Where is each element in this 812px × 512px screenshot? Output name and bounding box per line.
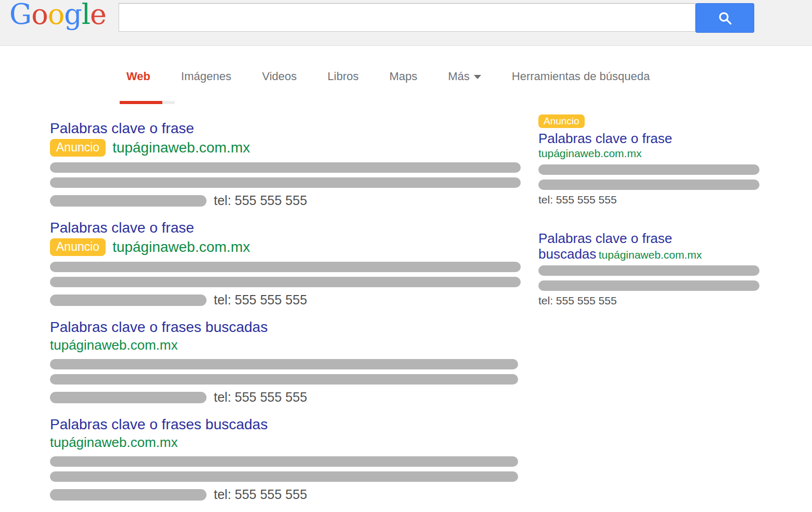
- text-placeholder-bar: [50, 456, 518, 467]
- ad-url-link[interactable]: tupáginaweb.com.mx: [599, 249, 702, 261]
- logo-letter: e: [90, 0, 106, 31]
- search-result-4: Palabras clave o frases buscadas tupágin…: [50, 416, 521, 502]
- ad-badge: Anuncio: [50, 238, 106, 256]
- ad-url-link[interactable]: tupáginaweb.com.mx: [538, 147, 641, 160]
- sidebar-ad-1: Anuncio Palabras clave o frase tupáginaw…: [538, 114, 759, 206]
- ad-badge: Anuncio: [50, 139, 106, 157]
- tab-herramientas[interactable]: Herramientas de búsqueda: [512, 70, 650, 83]
- ad-title-link[interactable]: Palabras clave o frase: [538, 231, 759, 246]
- text-placeholder-bar: [50, 162, 521, 173]
- phone-number: tel: 555 555 555: [214, 193, 307, 208]
- text-placeholder-bar: [50, 295, 207, 306]
- result-url-link[interactable]: tupáginaweb.com.mx: [112, 239, 250, 255]
- text-placeholder-bar: [50, 177, 521, 188]
- tab-web[interactable]: Web: [126, 70, 150, 83]
- main-results-column: Palabras clave o frase Anuncio tupáginaw…: [50, 120, 521, 512]
- search-tabs: Web Imágenes Videos Libros Maps Más Herr…: [126, 70, 650, 83]
- search-button[interactable]: [695, 3, 754, 33]
- phone-number: tel: 555 555 555: [214, 292, 307, 308]
- result-title-link[interactable]: Palabras clave o frase: [50, 219, 521, 237]
- text-placeholder-bar: [538, 265, 759, 276]
- result-tel-line: tel: 555 555 555: [50, 292, 521, 308]
- result-tel-line: tel: 555 555 555: [50, 390, 521, 405]
- result-title-link[interactable]: Palabras clave o frases buscadas: [50, 318, 521, 336]
- chevron-down-icon: [474, 75, 481, 79]
- tab-libros[interactable]: Libros: [328, 70, 359, 83]
- tab-maps[interactable]: Maps: [389, 70, 417, 83]
- logo-letter: l: [82, 0, 90, 31]
- ad-title-link[interactable]: buscadas: [538, 246, 596, 262]
- results-navbar: Web Imágenes Videos Libros Maps Más Herr…: [0, 46, 812, 113]
- phone-number: tel: 555 555 555: [214, 390, 307, 405]
- text-placeholder-bar: [50, 277, 521, 287]
- ad-title-line-2: buscadas tupáginaweb.com.mx: [538, 246, 759, 262]
- magnifier-icon: [717, 10, 733, 26]
- search-result-1: Palabras clave o frase Anuncio tupáginaw…: [50, 120, 521, 208]
- tab-mas[interactable]: Más: [448, 70, 481, 83]
- tab-imagenes[interactable]: Imágenes: [181, 70, 231, 83]
- text-placeholder-bar: [50, 471, 518, 482]
- phone-number: tel: 555 555 555: [214, 487, 307, 502]
- search-input[interactable]: [119, 3, 695, 32]
- logo-letter: o: [31, 0, 48, 31]
- tab-videos[interactable]: Videos: [262, 70, 297, 83]
- logo-letter: o: [48, 0, 65, 31]
- active-tab-underline: [120, 101, 175, 104]
- search-header: Google: [0, 0, 812, 46]
- text-placeholder-bar: [50, 359, 518, 369]
- result-url-link[interactable]: tupáginaweb.com.mx: [50, 434, 178, 450]
- result-title-link[interactable]: Palabras clave o frase: [50, 120, 521, 137]
- text-placeholder-bar: [50, 195, 207, 207]
- result-url-link[interactable]: tupáginaweb.com.mx: [112, 139, 250, 156]
- logo-letter: g: [64, 0, 82, 31]
- phone-number: tel: 555 555 555: [538, 194, 759, 206]
- text-placeholder-bar: [50, 262, 521, 272]
- text-placeholder-bar: [50, 489, 207, 501]
- ad-badge: Anuncio: [538, 114, 585, 128]
- phone-number: tel: 555 555 555: [538, 295, 759, 307]
- sidebar-ads-column: Anuncio Palabras clave o frase tupáginaw…: [538, 114, 759, 325]
- logo-letter: G: [9, 0, 31, 31]
- text-placeholder-bar: [50, 392, 207, 403]
- result-tel-line: tel: 555 555 555: [50, 487, 521, 502]
- result-url-line: tupáginaweb.com.mx: [50, 434, 521, 451]
- result-url-line: tupáginaweb.com.mx: [50, 337, 521, 353]
- search-result-3: Palabras clave o frases buscadas tupágin…: [50, 318, 521, 405]
- search-result-2: Palabras clave o frase Anuncio tupáginaw…: [50, 219, 521, 308]
- text-placeholder-bar: [538, 180, 759, 190]
- result-tel-line: tel: 555 555 555: [50, 193, 521, 208]
- result-url-line: Anuncio tupáginaweb.com.mx: [50, 139, 521, 157]
- result-url-line: Anuncio tupáginaweb.com.mx: [50, 238, 521, 256]
- text-placeholder-bar: [538, 164, 759, 175]
- result-url-link[interactable]: tupáginaweb.com.mx: [50, 337, 178, 353]
- ad-title-link[interactable]: Palabras clave o frase: [538, 131, 759, 146]
- spacer: [538, 224, 759, 231]
- google-logo[interactable]: Google: [9, 0, 106, 31]
- text-placeholder-bar: [50, 374, 518, 385]
- result-title-link[interactable]: Palabras clave o frases buscadas: [50, 416, 521, 433]
- text-placeholder-bar: [538, 280, 759, 291]
- tab-mas-label: Más: [448, 70, 470, 83]
- sidebar-ad-2: Palabras clave o frase buscadas tupágina…: [538, 231, 759, 307]
